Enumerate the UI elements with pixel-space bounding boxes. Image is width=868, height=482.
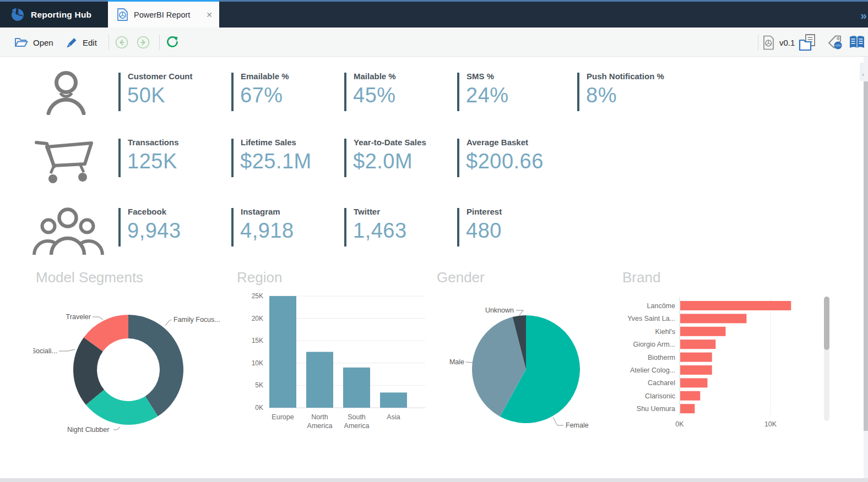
kpi-card-push-notification: Push Notification %8% [577,72,683,112]
refresh-button[interactable] [166,33,179,52]
kpi-value: 8% [586,84,617,107]
kpi-label: Customer Count [128,72,193,81]
tab-close-icon[interactable]: ✕ [206,10,213,19]
bar-kiehl-s[interactable] [680,327,726,336]
kpi-value: $2.0M [353,150,413,173]
kpi-label: Twitter [354,207,380,216]
edit-label: Edit [83,38,97,47]
y-category-label: Biotherm [648,354,675,362]
export-copy-button[interactable] [799,33,817,52]
bar-cacharel[interactable] [680,378,708,387]
kpi-card-facebook: Facebook9,943 [118,207,224,248]
kpi-value: $25.1M [240,150,312,173]
page-horizontal-scrollbar[interactable] [0,478,868,482]
tab-powerbi-report[interactable]: PowerBI Report ✕ [108,0,219,28]
kpi-label: Average Basket [466,138,528,147]
y-tick-label: 20K [252,315,263,322]
y-category-label: Kiehl's [655,328,675,336]
x-category-label: Europe [272,413,294,421]
kpi-value: 480 [466,219,502,243]
kpi-card-lifetime-sales: Lifetime Sales$25.1M [231,138,337,178]
back-icon [115,36,128,49]
bar-yves-saint-la[interactable] [680,314,746,323]
kpi-card-transactions: Transactions125K [118,138,224,178]
tab-label: PowerBI Report [134,10,200,19]
kpi-accent-bar [457,139,459,177]
page-vertical-scrollbar-thumb[interactable] [864,81,868,431]
chart-brand: Brand0K10KLancômeYves Saint La...Kiehl's… [620,267,836,451]
x-category-label: South [348,413,366,421]
chart-model-segments: Model SegmentsFamily Focus...Night Clubb… [33,267,227,451]
y-category-label: Cacharel [648,379,675,387]
bar-north-america[interactable] [306,352,333,408]
kpi-accent-bar [344,139,346,177]
kpi-card-emailable: Emailable %67% [231,72,337,112]
embed-code-button[interactable]: </> [827,33,844,52]
kpi-value: 9,943 [127,219,181,243]
forward-button[interactable] [137,33,150,52]
slice-label-female: Female [566,421,589,429]
slice-label-sociali: Sociali... [33,347,57,355]
app-home-button[interactable]: Reporting Hub [0,2,108,28]
kpi-label: Emailable % [241,72,289,81]
open-folder-icon [14,37,28,48]
report-version-button[interactable]: v0.1 [763,33,795,52]
kpi-accent-bar [231,139,234,177]
kpi-card-twitter: Twitter1,463 [344,207,450,248]
kpi-accent-bar [118,139,121,177]
bar-biotherm[interactable] [680,353,712,362]
overflow-chevrons-icon[interactable]: » [860,9,867,21]
app-window: Reporting Hub PowerBI Report ✕ » Open [0,0,868,482]
bar-asia[interactable] [380,392,407,408]
slice-label-male: Male [449,358,464,366]
x-category-label: North [311,413,328,421]
y-tick-label: 10K [252,359,263,367]
bar-atelier-colog[interactable] [680,365,712,375]
people-group-icon [32,204,105,255]
slice-label-family-focus: Family Focus... [173,316,220,324]
open-button[interactable]: Open [14,33,53,52]
shopping-cart-icon [34,134,98,187]
y-category-label: Giorgio Arm... [633,341,675,348]
documentation-button[interactable] [849,33,865,52]
back-button[interactable] [115,33,128,52]
kpi-label: Pinterest [466,207,502,216]
y-tick-label: 5K [255,381,263,389]
kpi-label: Push Notification % [587,72,664,81]
toolbar-separator [758,35,758,50]
title-bar: Reporting Hub PowerBI Report ✕ » [0,0,868,28]
kpi-label: Mailable % [354,72,396,81]
toolbar-separator [159,35,160,50]
person-icon [45,68,87,115]
refresh-icon [166,36,179,49]
kpi-accent-bar [457,73,459,111]
kpi-label: Facebook [128,207,166,216]
kpi-label: Lifetime Sales [241,138,296,147]
kpi-value: 45% [353,84,396,107]
bar-south-america[interactable] [343,368,370,408]
kpi-value: $200.66 [466,150,544,173]
x-category-label: America [344,422,370,430]
bar-clarisonic[interactable] [680,391,700,401]
x-category-label: Asia [387,413,400,421]
y-tick-label: 25K [252,292,263,300]
y-category-label: Shu Uemura [637,405,675,413]
svg-text:</>: </> [836,43,841,47]
forward-icon [137,36,150,49]
slice-label-night-clubber: Night Clubber [67,426,109,434]
app-logo-icon [10,8,24,22]
kpi-accent-bar [344,73,346,111]
y-category-label: Lancôme [647,302,675,310]
kpi-value: 125K [127,150,177,173]
bar-lanc-me[interactable] [680,301,791,310]
chart-region: Region0K5K10K15K20K25KEuropeNorthAmerica… [234,267,432,451]
report-canvas: Customer Count50KEmailable %67%Mailable … [0,57,868,478]
x-tick-label: 10K [764,420,777,428]
kpi-value: 24% [466,84,509,107]
edit-button[interactable]: Edit [65,33,97,52]
bar-shu-uemura[interactable] [680,404,695,413]
slice-label-unknown: Unknown [485,306,514,314]
brand-chart-scrollbar-thumb[interactable] [824,297,829,350]
bar-giorgio-arm[interactable] [680,339,715,349]
bar-europe[interactable] [269,296,296,408]
